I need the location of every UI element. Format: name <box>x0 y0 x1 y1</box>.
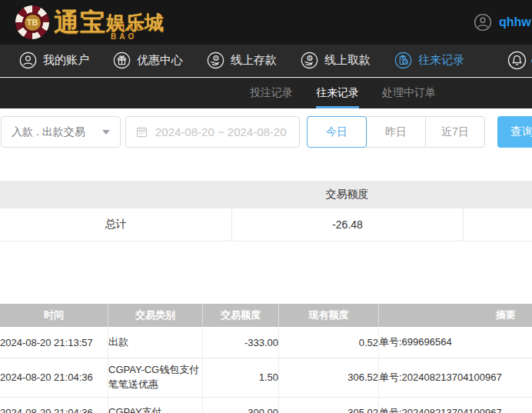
cell-time: 2024-08-20 21:04:36 <box>0 398 108 413</box>
tab-label: 投注记录 <box>250 86 293 100</box>
cell-summary: 单号:202408213704100967 <box>379 398 532 413</box>
filter-bar: 入款 . 出款交易 2024-08-20 ~ 2024-08-20 今日 昨日 <box>1 116 532 148</box>
table-row: 2024-08-20 21:04:36 CGPAY-CG钱包支付笔笔送优惠 1.… <box>0 358 532 398</box>
nav-item-records[interactable]: 往来记录 <box>394 52 464 69</box>
svg-text:¥: ¥ <box>215 55 218 60</box>
user-avatar-icon <box>474 13 492 32</box>
date-range-value: 2024-08-20 ~ 2024-08-20 <box>155 125 287 138</box>
withdraw-icon: $ <box>301 52 318 69</box>
cell-balance: 0.52 <box>279 327 379 358</box>
table-row: 2024-08-20 21:13:57 出款 -333.00 0.52 单号:6… <box>0 327 532 358</box>
bell-icon <box>507 51 527 70</box>
deposit-icon: ¥ <box>207 52 224 69</box>
nav-item-deposit[interactable]: ¥ 线上存款 <box>207 52 277 69</box>
nav-item-label: 线上存款 <box>231 53 277 68</box>
record-tabs: 投注记录 往来记录 处理中订单 <box>0 78 532 108</box>
cell-summary: 单号:202408213704100967 <box>379 358 532 397</box>
nav-item-label: 优惠中心 <box>137 53 183 68</box>
summary-table-header: 交易额度 <box>0 181 532 208</box>
cell-amount: -333.00 <box>203 327 279 358</box>
nav-item-label: 往来记录 <box>418 53 464 68</box>
button-label: 查询 <box>510 125 532 139</box>
notifications-button[interactable] <box>507 51 527 70</box>
yesterday-button[interactable]: 昨日 <box>366 116 426 148</box>
nav-item-my-account[interactable]: 我的账户 <box>19 52 89 69</box>
page: TB 通宝 娱乐城 TONG BAO qhhw <box>0 0 532 413</box>
chevron-down-icon <box>102 130 110 135</box>
col-header-time: 时间 <box>0 304 108 327</box>
tab-transaction-records[interactable]: 往来记录 <box>316 78 359 108</box>
summary-empty-cell <box>463 208 532 241</box>
records-icon <box>394 52 412 69</box>
summary-table: 交易额度 总计 -26.48 <box>0 181 532 241</box>
nav-item-promotions[interactable]: 优惠中心 <box>113 52 183 69</box>
summary-header-amount: 交易额度 <box>231 188 463 202</box>
cell-time: 2024-08-20 21:13:57 <box>0 327 108 358</box>
cell-balance: 306.52 <box>279 358 379 397</box>
tab-betting-records[interactable]: 投注记录 <box>250 78 293 108</box>
calendar-icon <box>135 125 148 138</box>
username[interactable]: qhhw <box>499 15 531 29</box>
nav-item-label: 线上取款 <box>324 53 371 68</box>
top-header: TB 通宝 娱乐城 TONG BAO qhhw <box>0 0 532 45</box>
button-label: 今日 <box>326 125 347 139</box>
main-nav: 我的账户 优惠中心 ¥ 线上存款 <box>0 45 532 77</box>
last-7-days-button[interactable]: 近7日 <box>425 116 485 148</box>
brand-title: 通宝 娱乐城 TONG BAO <box>54 3 164 42</box>
search-button[interactable]: 查询 <box>497 116 532 148</box>
cell-time: 2024-08-20 21:04:36 <box>0 358 108 397</box>
quick-range-buttons: 今日 昨日 近7日 <box>307 116 485 148</box>
brand-chip-center: TB <box>22 12 43 33</box>
cell-amount: 1.50 <box>203 358 279 397</box>
cell-amount: 300.00 <box>203 398 279 413</box>
summary-total-value: -26.48 <box>231 208 463 241</box>
cell-balance: 305.02 <box>279 398 379 413</box>
select-value: 入款 . 出款交易 <box>12 125 85 139</box>
cell-type: 出款 <box>108 327 203 358</box>
brand-title-en: TONG BAO <box>111 24 164 41</box>
transactions-table: 时间 交易类别 交易额度 现有额度 摘要 2024-08-20 21:13:57… <box>0 304 532 413</box>
col-header-type: 交易类别 <box>108 304 203 327</box>
tab-pending-orders[interactable]: 处理中订单 <box>382 78 436 108</box>
col-header-summary: 摘要 <box>379 304 532 327</box>
nav-item-label: 我的账户 <box>43 53 89 68</box>
transaction-type-select[interactable]: 入款 . 出款交易 <box>1 116 121 148</box>
summary-total-row: 总计 -26.48 <box>0 208 532 241</box>
summary-total-label: 总计 <box>0 208 231 241</box>
nav-item-withdraw[interactable]: $ 线上取款 <box>301 52 371 69</box>
tab-label: 处理中订单 <box>382 86 436 100</box>
cell-type: CGPAY-CG钱包支付笔笔送优惠 <box>108 358 203 397</box>
svg-text:$: $ <box>309 55 311 60</box>
brand-chip-logo: TB <box>15 5 49 39</box>
brand-chip-text: TB <box>27 18 38 27</box>
gift-icon <box>113 52 131 69</box>
table-row: 2024-08-20 21:04:36 CGPAY支付 300.00 305.0… <box>0 398 532 413</box>
tab-label: 往来记录 <box>316 86 359 100</box>
col-header-amount: 交易额度 <box>203 304 279 327</box>
today-button[interactable]: 今日 <box>307 116 367 148</box>
button-label: 近7日 <box>441 125 469 139</box>
cell-summary: 单号:699696564 <box>379 327 532 358</box>
transactions-table-header: 时间 交易类别 交易额度 现有额度 摘要 <box>0 304 532 327</box>
date-range-input[interactable]: 2024-08-20 ~ 2024-08-20 <box>125 116 300 148</box>
brand-title-cn-big: 通宝 <box>54 5 106 40</box>
button-label: 昨日 <box>385 125 407 139</box>
cell-type: CGPAY支付 <box>108 398 203 413</box>
user-account[interactable]: qhhw <box>474 0 531 45</box>
user-circle-icon <box>19 52 37 69</box>
col-header-balance: 现有额度 <box>279 304 379 327</box>
